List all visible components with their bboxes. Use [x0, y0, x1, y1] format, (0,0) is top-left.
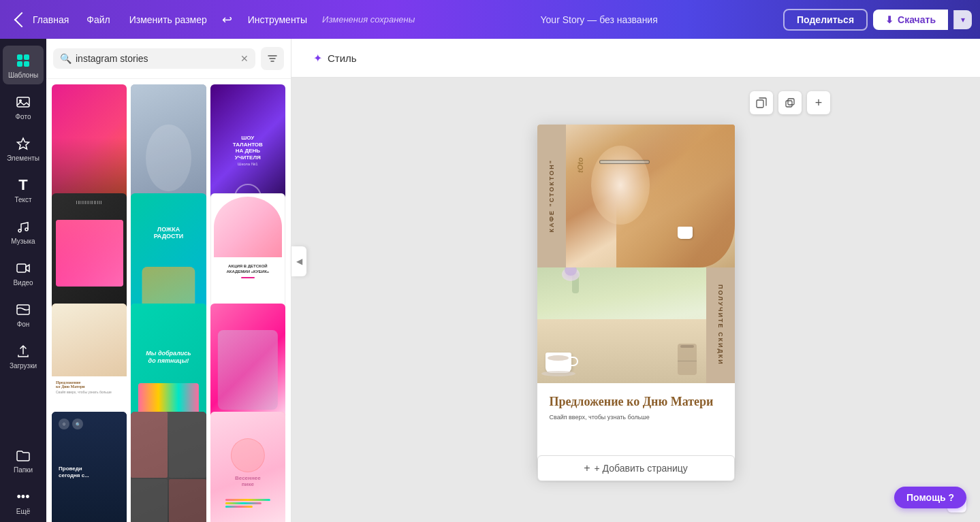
canvas-main-title: Предложение ко Дню Матери [550, 394, 723, 410]
svg-rect-4 [17, 97, 29, 107]
sidebar-item-background[interactable]: Фон [3, 295, 44, 333]
template-text: ЛОЖКАРАДОСТИ [151, 223, 187, 244]
svg-rect-11 [786, 101, 792, 107]
svg-rect-12 [788, 99, 794, 105]
add-page-label: + Добавить страницу [594, 463, 687, 474]
nav-right-controls: Поделиться ⬇ Скачать ▾ [783, 9, 972, 31]
file-menu[interactable]: Файл [77, 10, 119, 29]
background-icon [15, 301, 31, 318]
home-button[interactable]: Главная [8, 10, 77, 29]
sidebar-item-label: Музыка [11, 238, 35, 245]
sidebar-item-label: Загрузки [10, 362, 37, 370]
text-icon: T [15, 177, 31, 193]
sidebar-item-elements[interactable]: Элементы [3, 129, 44, 167]
sidebar-item-label: Ещё [16, 508, 30, 515]
svg-point-7 [25, 228, 28, 231]
sidebar-item-label: Текст [14, 196, 31, 203]
share-button[interactable]: Поделиться [783, 9, 868, 31]
style-button[interactable]: ✦ Стиль [305, 48, 365, 69]
canvas-toolbar: ✦ Стиль [291, 39, 980, 78]
design-canvas[interactable]: КАФЕ "СТОКТОН" [537, 125, 735, 476]
templates-panel: 🔍 ✕ ШОУ ТАЛАН [46, 39, 291, 522]
sidebar-item-folders[interactable]: Папки [3, 440, 44, 479]
svg-rect-0 [17, 54, 22, 60]
saved-status: Изменения сохранены [322, 14, 415, 25]
style-label: Стиль [328, 52, 357, 64]
canvas-top-photo[interactable]: tOto [566, 125, 735, 267]
add-icon: + [584, 462, 590, 474]
more-icon: ••• [15, 489, 31, 505]
templates-icon [15, 52, 31, 69]
sidebar-item-label: Папки [14, 466, 33, 474]
search-icon: 🔍 [60, 53, 72, 64]
sidebar-item-music[interactable]: Музыка [3, 212, 44, 250]
download-icon: ⬇ [885, 14, 894, 25]
document-title: Your Story — без названия [541, 14, 658, 25]
canvas-content: + КАФЕ "СТОКТОН" [291, 78, 980, 522]
sidebar-item-video[interactable]: Видео [3, 253, 44, 292]
search-input[interactable] [76, 53, 236, 64]
video-icon [15, 260, 31, 276]
nav-center: Your Story — без названия [415, 14, 783, 25]
copy-frame-button[interactable] [750, 91, 773, 114]
templates-grid: ШОУ ТАЛАНТОВ НА ДЕНЬ УЧИТЕЛЯШкола №1 |||… [46, 79, 291, 522]
canvas-subtitle: Свайп вверх, чтобы узнать больше [550, 413, 723, 422]
clear-search-button[interactable]: ✕ [240, 53, 249, 64]
left-strip-text: КАФЕ "СТОКТОН" [548, 159, 555, 233]
svg-rect-3 [24, 61, 29, 67]
canvas-top-section: КАФЕ "СТОКТОН" [537, 125, 735, 267]
sidebar-item-label: Видео [13, 279, 33, 287]
canvas-middle-photo[interactable] [537, 267, 706, 383]
template-item[interactable]: ☺ 🔍 Проведисегодня с... ✕ [52, 412, 127, 522]
sidebar-item-uploads[interactable]: Загрузки [3, 336, 44, 375]
duplicate-button[interactable] [778, 91, 802, 114]
canvas-area: ✦ Стиль + [291, 39, 980, 522]
template-item[interactable]: Весеннеепике [210, 412, 285, 522]
canvas-middle-section: ПОЛУЧИТЕ СКИДКИ [537, 267, 735, 383]
sidebar-item-more[interactable]: ••• Ещё [3, 482, 44, 521]
back-chevron-icon [14, 12, 30, 27]
tools-menu[interactable]: Инструменты [238, 10, 317, 29]
template-text: ШОУ ТАЛАНТОВ НА ДЕНЬ УЧИТЕЛЯШкола №1 [229, 132, 266, 170]
canvas-float-tools: + [750, 91, 830, 114]
svg-rect-2 [17, 61, 22, 67]
search-bar: 🔍 ✕ [46, 39, 291, 79]
svg-rect-1 [24, 54, 29, 60]
download-dropdown-button[interactable]: ▾ [953, 10, 972, 29]
top-navigation: Главная Файл Изменить размер ↩ Инструмен… [0, 0, 980, 39]
sidebar-item-label: Фон [17, 321, 30, 328]
photos-icon [15, 94, 31, 110]
sidebar: Шаблоны Фото Элементы T Текст [0, 39, 46, 522]
hide-panel-button[interactable]: ◀ [291, 246, 306, 276]
resize-label: Изменить размер [129, 14, 207, 25]
template-item[interactable] [131, 412, 206, 522]
help-label: Помощь ? [906, 492, 954, 503]
file-label: Файл [86, 14, 110, 25]
main-layout: Шаблоны Фото Элементы T Текст [0, 39, 980, 522]
home-label: Главная [33, 14, 69, 25]
sidebar-item-templates[interactable]: Шаблоны [3, 46, 44, 84]
sidebar-item-label: Фото [16, 113, 31, 120]
resize-menu[interactable]: Изменить размер [120, 10, 217, 29]
filter-button[interactable] [261, 47, 284, 70]
right-strip-text: ПОЛУЧИТЕ СКИДКИ [717, 284, 724, 365]
add-element-button[interactable]: + [807, 91, 830, 114]
canvas-right-strip: ПОЛУЧИТЕ СКИДКИ [706, 267, 735, 383]
svg-rect-10 [757, 100, 763, 108]
sidebar-item-photos[interactable]: Фото [3, 87, 44, 126]
svg-rect-8 [17, 264, 26, 272]
music-icon [15, 218, 31, 235]
svg-point-6 [18, 229, 21, 232]
help-button[interactable]: Помощь ? [894, 487, 966, 508]
toto-overlay: tOto [566, 145, 595, 186]
sidebar-item-label: Шаблоны [8, 71, 38, 79]
style-icon: ✦ [313, 52, 322, 65]
undo-button[interactable]: ↩ [217, 9, 238, 31]
canvas-left-strip: КАФЕ "СТОКТОН" [537, 125, 566, 267]
sidebar-item-text[interactable]: T Текст [3, 170, 44, 209]
download-button[interactable]: ⬇ Скачать [873, 10, 948, 30]
uploads-icon [15, 343, 31, 359]
add-page-button[interactable]: + + Добавить страницу [537, 455, 735, 481]
sidebar-item-label: Элементы [7, 154, 39, 162]
tools-label: Инструменты [248, 14, 307, 25]
